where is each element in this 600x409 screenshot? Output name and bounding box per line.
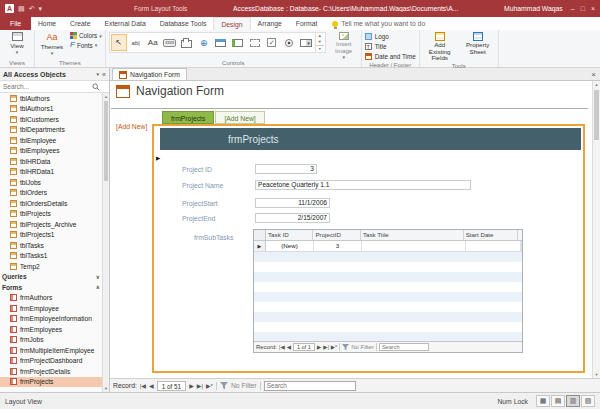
nav-pane-header[interactable]: All Access Objects ▾ «: [0, 68, 109, 81]
undo-icon[interactable]: ↶: [29, 5, 35, 12]
option-group-icon[interactable]: [247, 34, 263, 51]
tab-file[interactable]: File: [0, 17, 31, 30]
date-time-button[interactable]: Date and Time: [365, 52, 416, 61]
nav-object-item[interactable]: tblHRData1: [0, 167, 102, 178]
scroll-up-icon[interactable]: ▲: [593, 82, 600, 87]
nav-object-item[interactable]: frmProjectDashboard: [0, 356, 102, 367]
subform-search-input[interactable]: [379, 343, 429, 351]
hyperlink-icon[interactable]: ⊕: [196, 34, 212, 51]
nav-object-item[interactable]: frmAuthors: [0, 293, 102, 304]
navigation-subform-container[interactable]: frmProjects ▶ Project ID 3 Project Name …: [152, 124, 585, 373]
insert-image-button[interactable]: Insert Image ▾: [330, 32, 358, 59]
nav-tab-frmprojects[interactable]: frmProjects: [162, 111, 214, 124]
tell-me-box[interactable]: Tell me what you want to do: [324, 17, 433, 30]
project-start-field[interactable]: 11/1/2006: [255, 198, 330, 208]
column-header-task-title[interactable]: Task Title: [361, 230, 464, 240]
nav-object-item[interactable]: frmMultipleItemEmployee: [0, 345, 102, 356]
nav-object-item[interactable]: tblJobs: [0, 177, 102, 188]
tab-create[interactable]: Create: [63, 17, 97, 30]
form-view-button[interactable]: ▤: [551, 395, 565, 407]
datasheet-view-button[interactable]: ▦: [536, 395, 550, 407]
scroll-down-icon[interactable]: ▼: [593, 372, 600, 377]
first-record-button[interactable]: |◀: [140, 382, 146, 389]
option-button-icon[interactable]: [281, 34, 297, 51]
datasheet-select-all[interactable]: [254, 230, 266, 240]
column-header-start-date[interactable]: Start Date: [464, 230, 518, 240]
nav-object-item[interactable]: tblTasks: [0, 240, 102, 251]
no-filter-indicator[interactable]: No Filter: [231, 382, 257, 389]
add-existing-fields-button[interactable]: Add Existing Fields: [423, 32, 457, 62]
cell-task-id[interactable]: (New): [266, 241, 314, 251]
next-record-button[interactable]: ▶: [317, 344, 321, 350]
label-icon[interactable]: Aa: [145, 34, 161, 51]
first-record-button[interactable]: |◀: [279, 344, 285, 350]
tab-database-tools[interactable]: Database Tools: [153, 17, 214, 30]
nav-object-item[interactable]: Queries ∨: [0, 272, 102, 283]
tab-design[interactable]: Design: [213, 17, 250, 30]
tab-arrange[interactable]: Arrange: [251, 17, 289, 30]
maximize-button[interactable]: □: [581, 5, 585, 12]
qat-customize-caret-icon[interactable]: ▾: [39, 5, 43, 12]
previous-record-button[interactable]: ◀: [287, 344, 291, 350]
combo-box-icon[interactable]: [298, 34, 314, 51]
nav-object-item[interactable]: frmEmployee: [0, 303, 102, 314]
nav-object-item[interactable]: tblProjects1: [0, 230, 102, 241]
tab-external-data[interactable]: External Data: [98, 17, 153, 30]
account-name[interactable]: Muhammad Waqas: [504, 5, 563, 12]
check-box-icon[interactable]: ✓: [264, 34, 280, 51]
previous-record-button[interactable]: ◀: [149, 382, 154, 389]
nav-object-item[interactable]: tblCustomers: [0, 114, 102, 125]
record-search-input[interactable]: [264, 381, 356, 391]
cell-task-title[interactable]: [362, 241, 466, 251]
nav-scrollbar-thumb[interactable]: [104, 101, 108, 181]
document-scrollbar-thumb[interactable]: [594, 90, 599, 140]
gallery-more-icon[interactable]: ▾: [316, 45, 324, 52]
nav-object-item[interactable]: tblProjects: [0, 209, 102, 220]
nav-pane-menu-caret-icon[interactable]: ▾: [97, 71, 100, 77]
nav-object-item[interactable]: frmJobs: [0, 335, 102, 346]
close-button[interactable]: ×: [591, 5, 595, 12]
minimize-button[interactable]: –: [571, 5, 575, 12]
text-box-icon[interactable]: ab|: [128, 34, 144, 51]
tab-home[interactable]: Home: [31, 17, 63, 30]
access-app-icon[interactable]: A: [5, 4, 14, 13]
themes-button[interactable]: Aa Themes ▾: [38, 32, 66, 55]
nav-object-item[interactable]: frmEmployees: [0, 324, 102, 335]
nav-object-item[interactable]: tblAuthors: [0, 93, 102, 104]
nav-object-item[interactable]: frmProjects: [0, 377, 102, 388]
tab-control-icon[interactable]: [179, 34, 195, 51]
last-record-button[interactable]: ▶|: [323, 344, 329, 350]
nav-tab-add-new[interactable]: [Add New]: [215, 111, 264, 124]
new-record-button[interactable]: ▶*: [206, 382, 213, 389]
title-button[interactable]: T Title: [365, 42, 387, 51]
fonts-button[interactable]: F Fonts ▾: [70, 41, 102, 49]
add-new-vertical-button[interactable]: [Add New]: [116, 123, 147, 130]
logo-button[interactable]: Logo: [365, 32, 389, 41]
close-document-icon[interactable]: ×: [591, 70, 596, 79]
nav-object-item[interactable]: tblOrders: [0, 188, 102, 199]
view-button[interactable]: View ▾: [3, 32, 31, 54]
document-scrollbar[interactable]: ▲ ▼: [592, 81, 600, 378]
web-browser-control-icon[interactable]: [213, 34, 229, 51]
nav-object-item[interactable]: tblDepartments: [0, 125, 102, 136]
new-record-button[interactable]: ▶*: [331, 344, 337, 350]
filter-icon[interactable]: [220, 382, 228, 390]
filter-icon[interactable]: [342, 344, 349, 351]
nav-object-item[interactable]: tblHRData: [0, 156, 102, 167]
design-view-button[interactable]: ▧: [581, 395, 595, 407]
scroll-down-icon[interactable]: ▼: [103, 386, 109, 391]
save-icon[interactable]: ▤: [18, 5, 25, 12]
project-end-field[interactable]: 2/15/2007: [255, 213, 330, 223]
document-tab-navigation-form[interactable]: Navigation Form: [112, 68, 187, 80]
column-header-task-id[interactable]: Task ID: [266, 230, 313, 240]
shutter-close-icon[interactable]: «: [102, 71, 106, 78]
select-icon[interactable]: ↖: [111, 34, 127, 51]
next-record-button[interactable]: ▶: [189, 382, 194, 389]
nav-object-item[interactable]: tblOrdersDetails: [0, 198, 102, 209]
tab-format[interactable]: Format: [289, 17, 325, 30]
nav-object-item[interactable]: tblTasks1: [0, 251, 102, 262]
nav-object-item[interactable]: tblProjects_Archive: [0, 219, 102, 230]
last-record-button[interactable]: ▶|: [197, 382, 203, 389]
property-sheet-button[interactable]: Property Sheet: [461, 32, 495, 55]
nav-pane-scrollbar[interactable]: ▲ ▼: [102, 93, 109, 392]
